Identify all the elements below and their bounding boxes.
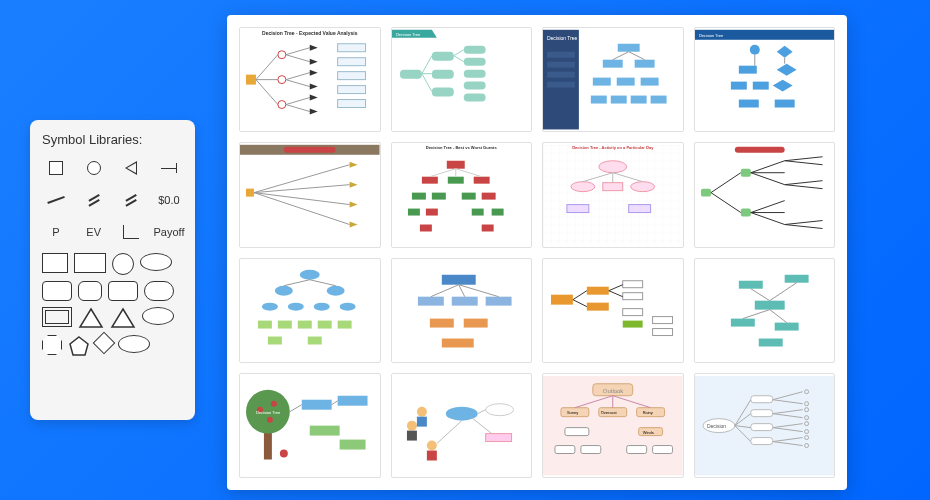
template-people-map[interactable] bbox=[391, 373, 533, 478]
svg-point-183 bbox=[267, 416, 273, 422]
svg-line-167 bbox=[609, 284, 623, 290]
template-decision-radial[interactable]: Decision bbox=[694, 373, 836, 478]
svg-rect-93 bbox=[407, 209, 419, 216]
svg-rect-140 bbox=[318, 320, 332, 328]
template-blue-green-tree[interactable] bbox=[239, 258, 381, 363]
template-brown-horizontal[interactable] bbox=[239, 142, 381, 247]
ev-symbol[interactable]: EV bbox=[80, 223, 108, 241]
svg-rect-54 bbox=[641, 78, 659, 86]
nested-rect-shape[interactable] bbox=[42, 307, 72, 327]
template-orange-horizontal[interactable] bbox=[542, 258, 684, 363]
svg-rect-194 bbox=[406, 430, 416, 440]
svg-marker-21 bbox=[310, 109, 318, 115]
svg-line-203 bbox=[471, 417, 491, 433]
pill-shape[interactable] bbox=[144, 281, 174, 301]
svg-marker-64 bbox=[776, 46, 792, 58]
template-outlook[interactable]: Outlook Sunny Overcast Rainy Winds bbox=[542, 373, 684, 478]
svg-line-10 bbox=[286, 48, 310, 55]
round-rect-shape[interactable] bbox=[42, 281, 72, 301]
circle-symbol[interactable] bbox=[80, 159, 108, 177]
bracket-symbol[interactable] bbox=[117, 223, 145, 241]
diamond-shape[interactable] bbox=[93, 332, 116, 355]
triangle2-shape[interactable] bbox=[110, 307, 136, 329]
svg-rect-198 bbox=[416, 416, 426, 426]
svg-rect-163 bbox=[653, 316, 673, 323]
svg-rect-170 bbox=[784, 274, 808, 282]
svg-rect-75 bbox=[284, 147, 336, 153]
svg-line-14 bbox=[286, 98, 310, 105]
svg-rect-45 bbox=[547, 52, 575, 58]
line-symbol[interactable] bbox=[155, 159, 183, 177]
svg-text:Overcast: Overcast bbox=[601, 409, 618, 414]
svg-rect-158 bbox=[587, 302, 609, 310]
payoff-symbol[interactable]: Payoff bbox=[155, 223, 183, 241]
ellipse2-shape[interactable] bbox=[142, 307, 174, 325]
svg-point-184 bbox=[280, 449, 288, 457]
round-rect2-shape[interactable] bbox=[108, 281, 138, 301]
svg-point-104 bbox=[571, 182, 595, 192]
svg-rect-29 bbox=[399, 70, 421, 79]
svg-rect-143 bbox=[308, 336, 322, 344]
octagon-shape[interactable] bbox=[42, 335, 62, 355]
svg-rect-23 bbox=[338, 58, 366, 66]
triangle-shape[interactable] bbox=[78, 307, 104, 329]
svg-line-123 bbox=[750, 213, 784, 225]
symbol-row-1 bbox=[42, 157, 183, 179]
triangle-left-symbol[interactable] bbox=[117, 159, 145, 177]
svg-rect-35 bbox=[463, 70, 485, 78]
svg-line-175 bbox=[750, 288, 769, 300]
svg-marker-81 bbox=[350, 162, 358, 168]
ellipse-shape[interactable] bbox=[140, 253, 172, 271]
svg-line-4 bbox=[256, 55, 278, 80]
svg-line-168 bbox=[609, 290, 623, 296]
svg-rect-3 bbox=[246, 75, 256, 85]
template-blue-boxes[interactable] bbox=[391, 258, 533, 363]
svg-line-127 bbox=[784, 185, 822, 189]
svg-rect-32 bbox=[431, 88, 453, 97]
svg-rect-189 bbox=[340, 439, 366, 449]
rect-shape[interactable] bbox=[42, 253, 68, 273]
svg-rect-94 bbox=[425, 209, 437, 216]
template-activity-day[interactable]: Decision Tree - Activity on a Particular… bbox=[542, 142, 684, 247]
svg-line-41 bbox=[453, 50, 463, 56]
svg-point-135 bbox=[314, 302, 330, 310]
svg-line-176 bbox=[769, 282, 796, 300]
svg-line-144 bbox=[284, 279, 310, 285]
svg-rect-227 bbox=[750, 423, 772, 430]
template-ev-analysis[interactable]: Decision Tree - Expected Value Analysis bbox=[239, 27, 381, 132]
svg-rect-226 bbox=[750, 409, 772, 416]
svg-rect-116 bbox=[740, 169, 750, 177]
svg-point-63 bbox=[749, 45, 759, 55]
svg-marker-16 bbox=[310, 45, 318, 51]
round-rect-sm-shape[interactable] bbox=[78, 281, 102, 301]
svg-text:Sunny: Sunny bbox=[567, 409, 578, 414]
template-sidebar-blue[interactable]: Decision Tree bbox=[542, 27, 684, 132]
template-branching-right[interactable] bbox=[694, 142, 836, 247]
square-symbol[interactable] bbox=[42, 159, 70, 177]
pentagon-shape[interactable] bbox=[68, 335, 90, 357]
svg-line-165 bbox=[573, 290, 587, 299]
rect-wide-shape[interactable] bbox=[74, 253, 106, 273]
template-apple-tree[interactable]: Decision Tree bbox=[239, 373, 381, 478]
svg-rect-150 bbox=[429, 318, 453, 327]
diag-line-symbol[interactable] bbox=[42, 191, 70, 209]
ellipse3-shape[interactable] bbox=[118, 335, 150, 353]
template-red-green-tree[interactable]: Decision Tree - Best vs Worst Guests bbox=[391, 142, 533, 247]
template-teal-branches[interactable] bbox=[694, 258, 836, 363]
svg-rect-98 bbox=[481, 225, 493, 232]
svg-point-199 bbox=[485, 403, 513, 415]
svg-rect-52 bbox=[593, 78, 611, 86]
dbl-line2-symbol[interactable] bbox=[117, 191, 145, 209]
dollar-symbol[interactable]: $0.0 bbox=[155, 191, 183, 209]
svg-rect-156 bbox=[551, 294, 573, 304]
svg-line-121 bbox=[750, 201, 784, 213]
template-green-tree[interactable]: Decision Tree bbox=[391, 27, 533, 132]
dbl-line-symbol[interactable] bbox=[80, 191, 108, 209]
svg-rect-228 bbox=[750, 437, 772, 444]
circle-shape[interactable] bbox=[112, 253, 134, 275]
p-symbol[interactable]: P bbox=[42, 223, 70, 241]
svg-rect-162 bbox=[623, 320, 643, 327]
template-flowchart-blue[interactable]: Decision Tree bbox=[694, 27, 836, 132]
svg-rect-107 bbox=[567, 205, 589, 213]
svg-rect-91 bbox=[461, 193, 475, 200]
